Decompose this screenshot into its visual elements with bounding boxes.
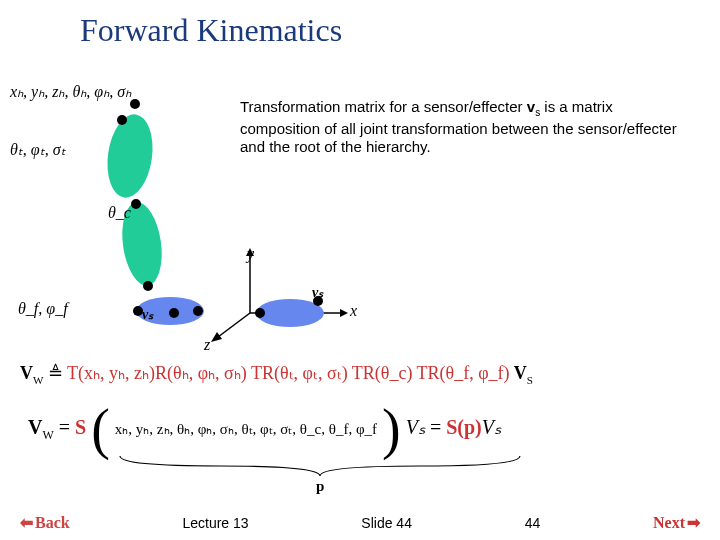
coord-frame — [160, 245, 380, 355]
vs-label-2: vₛ — [142, 306, 153, 323]
svg-point-5 — [131, 199, 141, 209]
page-number: 44 — [525, 515, 541, 531]
arrow-left-icon: ⬅ — [20, 513, 33, 532]
svg-marker-12 — [340, 309, 348, 317]
svg-point-6 — [143, 281, 153, 291]
p-label: p — [316, 478, 324, 495]
equation-line-1: VW ≜ T(xₕ, yₕ, zₕ)R(θₕ, φₕ, σₕ) TR(θₜ, φ… — [20, 362, 533, 386]
body-paragraph: Transformation matrix for a sensor/effec… — [240, 98, 690, 157]
equation-line-2: VW = S ( xₕ, yₕ, zₕ, θₕ, φₕ, σₕ, θₜ, φₜ,… — [28, 415, 501, 443]
slide-label: Slide 44 — [361, 515, 412, 531]
next-button[interactable]: Next ➡ — [653, 513, 700, 532]
axis-z: z — [204, 336, 210, 354]
arrow-right-icon: ➡ — [687, 513, 700, 532]
footer: ⬅ Back Lecture 13 Slide 44 44 Next ➡ — [0, 513, 720, 532]
param-thigh: θₜ, φₜ, σₜ — [10, 140, 66, 159]
svg-point-16 — [255, 308, 265, 318]
svg-point-4 — [117, 115, 127, 125]
slide-title: Forward Kinematics — [0, 0, 720, 49]
svg-marker-14 — [211, 332, 222, 342]
param-calf: θ_c — [108, 204, 131, 222]
param-foot: θ_f, φ_f — [18, 300, 68, 318]
axis-x: x — [350, 302, 357, 320]
svg-point-18 — [169, 308, 179, 318]
next-label: Next — [653, 514, 685, 532]
svg-point-0 — [130, 99, 140, 109]
lecture-label: Lecture 13 — [182, 515, 248, 531]
back-button[interactable]: ⬅ Back — [20, 513, 70, 532]
vs-label-1: vₛ — [312, 284, 323, 301]
param-hip: xₕ, yₕ, zₕ, θₕ, φₕ, σₕ — [10, 82, 131, 101]
axis-y: y — [247, 245, 254, 263]
underbrace — [110, 448, 570, 508]
back-label: Back — [35, 514, 70, 532]
svg-point-1 — [102, 111, 157, 200]
